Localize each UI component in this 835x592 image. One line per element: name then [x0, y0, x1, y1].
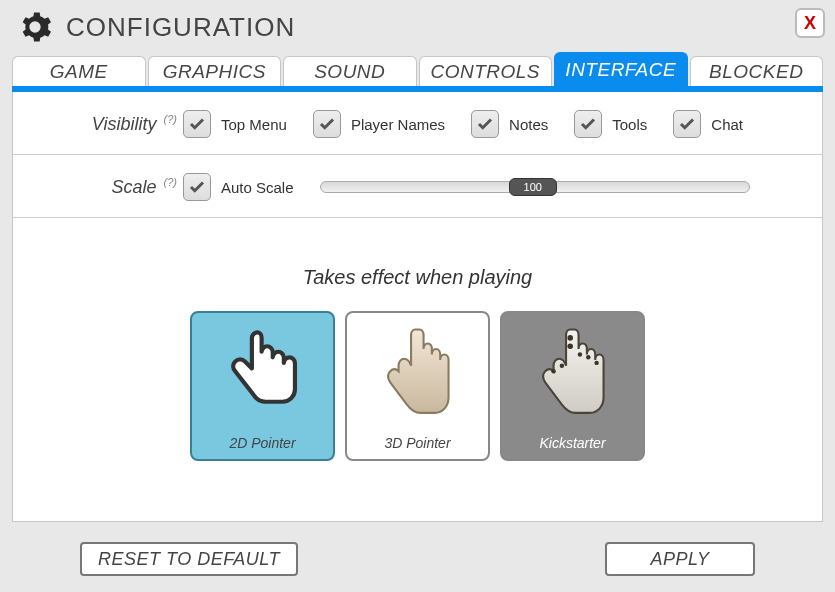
pointer-option-label: Kickstarter: [539, 435, 605, 451]
tab-blocked[interactable]: BLOCKED: [690, 56, 824, 86]
pointer-option-2d[interactable]: 2D Pointer: [190, 311, 335, 461]
checkbox-player-names[interactable]: [313, 110, 341, 138]
apply-button[interactable]: APPLY: [605, 542, 755, 576]
visibility-help-icon[interactable]: (?): [164, 113, 177, 125]
tab-game[interactable]: GAME: [12, 56, 146, 86]
pointer-option-3d[interactable]: 3D Pointer: [345, 311, 490, 461]
hand-2d-icon: [192, 313, 333, 435]
hand-3d-icon: [347, 313, 488, 435]
checkbox-label: Auto Scale: [221, 179, 294, 196]
pointer-option-label: 2D Pointer: [229, 435, 295, 451]
page-title: CONFIGURATION: [66, 12, 295, 43]
checkbox-tools[interactable]: [574, 110, 602, 138]
svg-point-1: [567, 343, 573, 349]
settings-panel: Visibility (?) Top Menu Player Names N: [12, 92, 823, 522]
tabs: GAME GRAPHICS SOUND CONTROLS INTERFACE B…: [0, 52, 835, 86]
svg-point-4: [594, 361, 598, 365]
scale-help-icon[interactable]: (?): [164, 176, 177, 188]
scale-slider-handle[interactable]: 100: [509, 178, 557, 196]
tab-interface[interactable]: INTERFACE: [554, 52, 688, 86]
tab-sound[interactable]: SOUND: [283, 56, 417, 86]
svg-point-0: [567, 335, 573, 341]
checkbox-label: Notes: [509, 116, 548, 133]
reset-to-default-button[interactable]: RESET TO DEFAULT: [80, 542, 298, 576]
checkbox-auto-scale[interactable]: [183, 173, 211, 201]
svg-point-6: [551, 369, 555, 373]
checkbox-label: Top Menu: [221, 116, 287, 133]
checkbox-label: Tools: [612, 116, 647, 133]
svg-point-2: [577, 352, 581, 356]
tab-graphics[interactable]: GRAPHICS: [148, 56, 282, 86]
visibility-label: Visibility (?): [23, 113, 183, 135]
svg-point-5: [559, 363, 563, 367]
scale-row: Scale (?) Auto Scale 100: [13, 155, 822, 218]
tab-controls[interactable]: CONTROLS: [419, 56, 553, 86]
checkbox-label: Player Names: [351, 116, 445, 133]
pointer-option-label: 3D Pointer: [384, 435, 450, 451]
close-button[interactable]: X: [795, 8, 825, 38]
hand-robot-icon: [502, 313, 643, 435]
pointer-section: Takes effect when playing 2D Pointer: [13, 218, 822, 461]
checkbox-label: Chat: [711, 116, 743, 133]
visibility-row: Visibility (?) Top Menu Player Names N: [13, 92, 822, 155]
checkbox-top-menu[interactable]: [183, 110, 211, 138]
checkbox-chat[interactable]: [673, 110, 701, 138]
svg-point-3: [586, 355, 590, 359]
checkbox-notes[interactable]: [471, 110, 499, 138]
pointer-heading: Takes effect when playing: [13, 266, 822, 289]
scale-label: Scale (?): [23, 176, 183, 198]
pointer-option-kickstarter[interactable]: Kickstarter: [500, 311, 645, 461]
scale-slider[interactable]: 100: [320, 181, 750, 193]
gear-icon: [18, 10, 52, 44]
